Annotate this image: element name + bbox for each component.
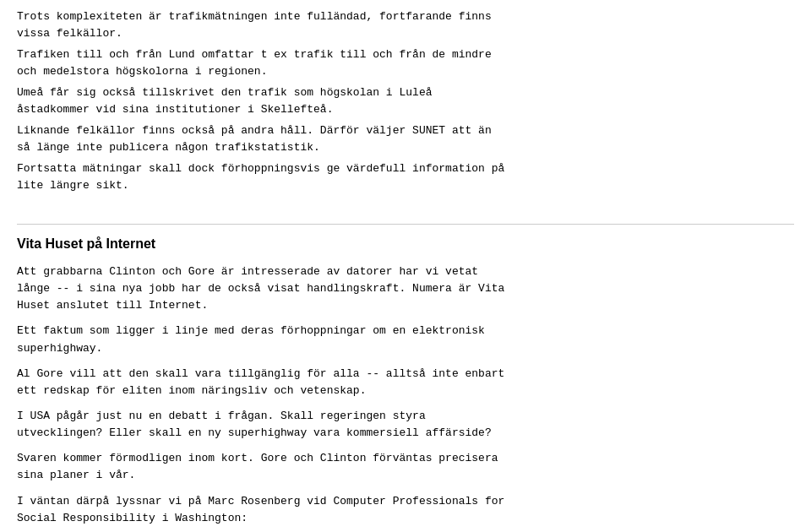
top-section: Trots komplexiteten är trafikmätningen i… <box>17 8 794 215</box>
section-title: Vita Huset på Internet <box>17 236 794 252</box>
vita-para-2: Ett faktum som ligger i linje med deras … <box>17 323 794 356</box>
vita-para-1: Att grabbarna Clinton och Gore är intres… <box>17 263 794 314</box>
top-para-1: Trots komplexiteten är trafikmätningen i… <box>17 8 794 41</box>
page-container: Trots komplexiteten är trafikmätningen i… <box>0 0 811 532</box>
top-para-2: Trafiken till och från Lund omfattar t e… <box>17 46 794 79</box>
vita-para-3: Al Gore vill att den skall vara tillgäng… <box>17 366 794 399</box>
vita-para-4: I USA pågår just nu en debatt i frågan. … <box>17 408 794 442</box>
top-para-5: Fortsatta mätningar skall dock förhoppni… <box>17 160 794 193</box>
vita-huset-section: Vita Huset på Internet Att grabbarna Cli… <box>17 236 794 532</box>
vita-para-6: I väntan därpå lyssnar vi på Marc Rosenb… <box>17 493 794 527</box>
section-divider <box>17 224 794 225</box>
section-body: Att grabbarna Clinton och Gore är intres… <box>17 263 794 532</box>
top-para-3: Umeå får sig också tillskrivet den trafi… <box>17 84 794 117</box>
vita-para-5: Svaren kommer förmodligen inom kort. Gor… <box>17 450 794 484</box>
top-para-4: Liknande felkällor finns också på andra … <box>17 122 794 155</box>
